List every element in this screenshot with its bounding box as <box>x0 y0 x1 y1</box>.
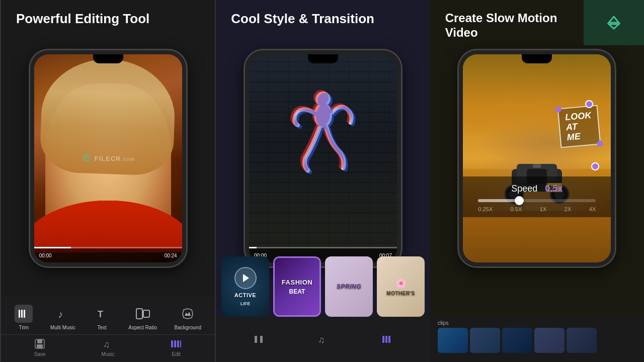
speed-1: 1X <box>540 206 546 212</box>
aspect-icon-bg <box>134 305 152 323</box>
aspect-icon <box>136 308 150 319</box>
brand-logo-inner <box>606 15 621 30</box>
music-icon: ♪ <box>57 308 69 320</box>
speed-value-text: 0.5x <box>545 184 562 194</box>
bottom-save[interactable]: Save <box>34 338 46 357</box>
speed-control: Speed 0.5x 0.25X 0.5X 1X 2X 4X <box>463 176 611 217</box>
style-thumb-spring[interactable]: Spring <box>325 256 373 317</box>
svg-rect-0 <box>19 310 20 318</box>
thumb-fashion-bg: FASHION BEAT <box>275 258 319 315</box>
clip-thumb-4[interactable] <box>534 328 565 353</box>
svg-rect-6 <box>143 310 149 317</box>
panel-2: Cool Style & Transition <box>216 0 430 362</box>
style-thumb-mothers[interactable]: 🌸 Mother's <box>377 256 425 317</box>
phone-screen-2: 00:00 00:07 <box>249 54 397 262</box>
thumb-circle <box>234 267 257 289</box>
tb2-music-icon: ♫ <box>317 333 329 345</box>
svg-rect-24 <box>382 336 384 343</box>
phone-frame-3: 69 LookAtMe Speed 0.5 <box>459 50 615 266</box>
phone-screen-3: 69 LookAtMe Speed 0.5 <box>463 54 611 262</box>
music-icon-bg: ♪ <box>54 305 72 323</box>
tb2-edit[interactable] <box>381 333 393 345</box>
speed-slider[interactable] <box>478 199 596 202</box>
panel2-title: Cool Style & Transition <box>231 11 374 27</box>
clip-thumb-1[interactable] <box>438 328 468 353</box>
tb2-music-icon-svg: ♫ <box>317 334 329 345</box>
save-icon <box>34 338 46 350</box>
background-label: Background <box>175 325 201 330</box>
speed-knob[interactable] <box>515 196 524 205</box>
brand-logo <box>584 0 644 45</box>
phone-notch-1 <box>93 54 123 63</box>
timestamp-end: 00:24 <box>165 253 177 258</box>
toolbar-aspect[interactable]: Aspect Ratio <box>128 305 157 330</box>
tb2-music[interactable]: ♫ <box>317 333 329 345</box>
thumb-active-life-bg: ACTIVE LIFE <box>221 256 269 317</box>
panel-3: Create Slow Motion Video <box>430 0 644 362</box>
speed-05: 0.5X <box>511 206 522 212</box>
dancer-svg <box>285 65 361 206</box>
edit-label: Edit <box>172 351 180 357</box>
clips-label: clips <box>430 317 644 328</box>
toolbar-trim[interactable]: Trim <box>15 305 33 330</box>
handle-top[interactable] <box>585 100 593 108</box>
svg-text:♫: ♫ <box>103 339 110 349</box>
aspect-label: Aspect Ratio <box>128 325 157 330</box>
toolbar-2: ♫ <box>216 317 430 362</box>
clip-thumb-5[interactable] <box>567 328 597 353</box>
timestamp-start: 00:00 <box>39 253 52 258</box>
toolbar-text[interactable]: T Text <box>93 305 111 330</box>
svg-rect-8 <box>37 339 42 343</box>
svg-rect-9 <box>37 344 43 348</box>
look-at-me-text: LookAtMe <box>565 110 593 142</box>
clip-thumb-2[interactable] <box>470 328 500 353</box>
flower-icon: 🌸 <box>395 278 407 289</box>
speed-2: 2X <box>565 206 571 212</box>
speed-label-text: Speed <box>511 184 537 194</box>
tb2-edit-icon <box>381 333 393 345</box>
svg-text:♪: ♪ <box>58 309 63 320</box>
tb2-pause-icon <box>253 333 265 345</box>
thumb-mothers-label: Mother's <box>386 291 415 296</box>
thumb-fashion-label: FASHION <box>282 279 312 286</box>
text-icon: T <box>96 308 108 320</box>
svg-rect-21 <box>255 336 257 343</box>
dancer-container <box>285 65 361 206</box>
phone-frame-1: ⟰ FILECR.com 00:00 00:24 <box>30 50 186 266</box>
speed-slider-fill <box>478 199 519 202</box>
text-icon-bg: T <box>93 305 111 323</box>
thumb-spring-label: Spring <box>337 283 361 290</box>
corner-dot-tl <box>555 106 561 112</box>
svg-rect-25 <box>385 336 387 343</box>
thumb-play-icon <box>243 274 249 282</box>
thumb-spring-bg: Spring <box>325 256 373 317</box>
bottom-edit[interactable]: Edit <box>170 338 182 357</box>
svg-rect-11 <box>171 340 173 347</box>
tb2-edit-icon-svg <box>382 334 393 345</box>
trim-icon <box>18 308 30 320</box>
style-thumb-fashion-beat[interactable]: FASHION BEAT <box>273 256 321 317</box>
svg-rect-1 <box>21 310 23 318</box>
phone-notch-2 <box>308 54 338 63</box>
timestamp-bar: 00:00 00:24 <box>34 248 182 262</box>
music-bottom-label: Music <box>102 351 115 357</box>
thumb-life-label: LIFE <box>240 301 251 306</box>
music-label: Multi Music <box>50 325 75 330</box>
toolbar-background[interactable]: Background <box>175 305 201 330</box>
edit-icon <box>170 338 182 350</box>
bottom-music-icon: ♫ <box>102 338 114 350</box>
edit-icon-svg <box>171 338 182 349</box>
bottom-music-icon-svg: ♫ <box>103 338 114 349</box>
bottom-music[interactable]: ♫ Music <box>102 338 115 357</box>
toolbar-music[interactable]: ♪ Multi Music <box>50 305 75 330</box>
speed-4: 4X <box>589 206 596 212</box>
svg-point-20 <box>317 93 333 108</box>
svg-rect-14 <box>180 340 181 347</box>
tb2-save[interactable] <box>253 333 265 345</box>
clips-row <box>430 328 644 353</box>
clip-thumb-3[interactable] <box>502 328 532 353</box>
text-label: Text <box>97 325 106 330</box>
svg-rect-12 <box>174 340 176 347</box>
background-icon-bg <box>179 305 197 323</box>
style-thumb-active-life[interactable]: ACTIVE LIFE <box>221 256 269 317</box>
